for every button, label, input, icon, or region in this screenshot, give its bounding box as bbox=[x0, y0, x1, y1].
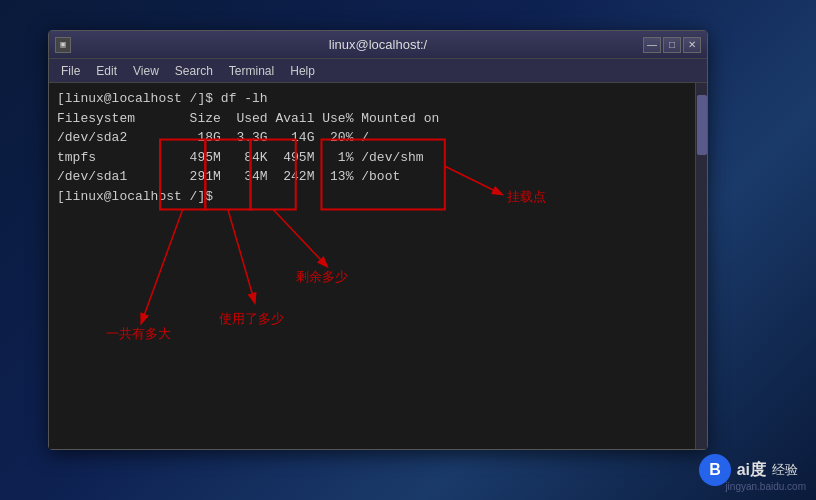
svg-text:一共有多大: 一共有多大 bbox=[106, 326, 171, 341]
scrollbar[interactable] bbox=[695, 83, 707, 449]
window-title: linux@localhost:/ bbox=[329, 37, 427, 52]
terminal-line-2: /dev/sda2 18G 3.3G 14G 20% / bbox=[57, 128, 699, 148]
terminal-line-0: [linux@localhost /]$ df -lh bbox=[57, 89, 699, 109]
terminal-line-5: [linux@localhost /]$ bbox=[57, 187, 699, 207]
svg-text:使用了多少: 使用了多少 bbox=[219, 311, 284, 326]
jingyan-label: 经验 bbox=[772, 461, 798, 479]
baidu-text: ai度 bbox=[737, 460, 766, 481]
menu-edit[interactable]: Edit bbox=[88, 62, 125, 80]
menu-terminal[interactable]: Terminal bbox=[221, 62, 282, 80]
menu-bar: File Edit View Search Terminal Help bbox=[49, 59, 707, 83]
terminal-line-4: /dev/sda1 291M 34M 242M 13% /boot bbox=[57, 167, 699, 187]
baidu-logo-icon: B bbox=[697, 452, 733, 488]
scrollbar-thumb[interactable] bbox=[697, 95, 707, 155]
close-button[interactable]: ✕ bbox=[683, 37, 701, 53]
window-icon: ▣ bbox=[55, 37, 71, 53]
minimize-button[interactable]: — bbox=[643, 37, 661, 53]
terminal-line-1: Filesystem Size Used Avail Use% Mounted … bbox=[57, 109, 699, 129]
window-controls: — □ ✕ bbox=[643, 37, 701, 53]
menu-view[interactable]: View bbox=[125, 62, 167, 80]
terminal-line-3: tmpfs 495M 84K 495M 1% /dev/shm bbox=[57, 148, 699, 168]
menu-help[interactable]: Help bbox=[282, 62, 323, 80]
svg-text:B: B bbox=[709, 461, 721, 478]
svg-line-5 bbox=[228, 209, 255, 302]
terminal-body[interactable]: [linux@localhost /]$ df -lh Filesystem S… bbox=[49, 83, 707, 449]
svg-line-4 bbox=[142, 209, 183, 322]
title-bar: ▣ linux@localhost:/ — □ ✕ bbox=[49, 31, 707, 59]
svg-line-6 bbox=[273, 209, 326, 266]
maximize-button[interactable]: □ bbox=[663, 37, 681, 53]
menu-file[interactable]: File bbox=[53, 62, 88, 80]
baidu-branding: B ai度 经验 bbox=[697, 452, 798, 488]
svg-text:剩余多少: 剩余多少 bbox=[296, 269, 348, 284]
menu-search[interactable]: Search bbox=[167, 62, 221, 80]
terminal-window: ▣ linux@localhost:/ — □ ✕ File Edit View… bbox=[48, 30, 708, 450]
